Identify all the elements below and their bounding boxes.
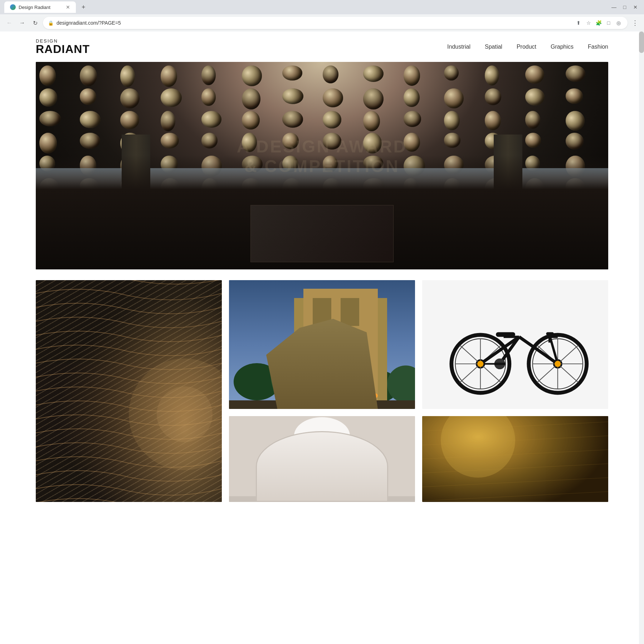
close-window-button[interactable]: ✕ xyxy=(631,3,640,11)
extensions-icon[interactable]: 🧩 xyxy=(595,19,602,27)
svg-point-18 xyxy=(373,394,378,398)
ceiling-bulb xyxy=(282,111,303,128)
ceiling-bulb xyxy=(363,111,380,131)
tab-close-button[interactable]: ✕ xyxy=(66,4,70,10)
ceiling-bulb xyxy=(404,65,420,86)
website-content: DESIGN RADIANT Industrial Spatial Produc… xyxy=(0,31,644,516)
ceiling-bulb xyxy=(120,65,135,87)
svg-rect-50 xyxy=(229,496,415,502)
ceiling-bulb xyxy=(39,133,57,153)
ceiling-bulb xyxy=(80,65,97,86)
nav-item-fashion[interactable]: Fashion xyxy=(588,44,608,50)
ceiling-bulb xyxy=(566,133,584,149)
ceiling-bulb xyxy=(161,65,177,87)
browser-tab[interactable]: Design Radiant ✕ xyxy=(4,1,76,13)
new-tab-button[interactable]: + xyxy=(79,1,88,14)
ceiling-bulb xyxy=(404,88,420,107)
ceiling-bulb xyxy=(39,111,61,126)
ceiling-bulb xyxy=(566,111,585,131)
ceiling-bulb xyxy=(80,111,101,128)
browser-logo-icon[interactable]: ◎ xyxy=(615,19,623,27)
window-controls: — □ ✕ xyxy=(610,3,640,11)
security-icon: 🔒 xyxy=(48,20,54,26)
forward-button[interactable]: → xyxy=(17,18,27,28)
site-logo[interactable]: DESIGN RADIANT xyxy=(36,39,90,55)
svg-point-17 xyxy=(338,394,343,398)
bar-counter xyxy=(250,205,394,262)
svg-point-49 xyxy=(294,417,350,454)
svg-point-6 xyxy=(271,354,308,400)
hero-section: A DESIGN AWARD& COMPETITION xyxy=(0,62,644,280)
url-text: designradiant.com/?PAGE=5 xyxy=(57,20,572,26)
ceiling-bulb xyxy=(323,111,341,128)
ceiling-bulb xyxy=(80,133,100,149)
tab-title: Design Radiant xyxy=(19,5,50,10)
award-watermark: A DESIGN AWARD& COMPETITION xyxy=(237,137,407,176)
nav-item-spatial[interactable]: Spatial xyxy=(485,44,502,50)
ceiling-bulb xyxy=(363,65,384,82)
ceiling-bulb xyxy=(525,133,541,147)
nav-item-graphics[interactable]: Graphics xyxy=(551,44,574,50)
svg-point-5 xyxy=(234,363,280,400)
logo-radiant-text: RADIANT xyxy=(36,43,90,55)
browser-menu-button[interactable]: ⋮ xyxy=(630,18,640,28)
svg-point-3 xyxy=(157,386,213,442)
hero-image[interactable]: A DESIGN AWARD& COMPETITION xyxy=(36,62,608,269)
address-bar[interactable]: 🔒 designradiant.com/?PAGE=5 ⬆ ☆ 🧩 □ ◎ xyxy=(43,17,628,29)
svg-point-16 xyxy=(303,394,308,398)
svg-rect-1 xyxy=(36,280,222,502)
ceiling-bulb xyxy=(120,88,140,108)
ceiling-bulb xyxy=(80,88,96,105)
share-icon[interactable]: ⬆ xyxy=(575,19,582,27)
nav-item-industrial[interactable]: Industrial xyxy=(447,44,470,50)
svg-rect-14 xyxy=(341,335,359,363)
svg-point-46 xyxy=(555,361,561,367)
maximize-button[interactable]: □ xyxy=(620,3,629,11)
svg-rect-0 xyxy=(36,280,222,502)
ceiling-bulb xyxy=(242,65,262,86)
hero-image-inner: A DESIGN AWARD& COMPETITION xyxy=(36,62,608,269)
tab-favicon xyxy=(10,4,16,10)
ceiling-bulb xyxy=(39,88,57,107)
ceiling-bulb xyxy=(444,88,464,108)
scrollbar[interactable] xyxy=(639,31,644,516)
ceiling-bulb xyxy=(444,65,459,80)
svg-rect-41 xyxy=(546,332,554,335)
reload-button[interactable]: ↻ xyxy=(30,18,40,28)
grid-item-gold[interactable] xyxy=(422,416,608,502)
svg-rect-11 xyxy=(313,298,331,326)
grid-item-bicycle[interactable] xyxy=(422,280,608,409)
ceiling-bulb xyxy=(201,65,216,85)
title-bar: Design Radiant ✕ + — □ ✕ xyxy=(0,0,644,14)
profile-icon[interactable]: □ xyxy=(605,19,613,27)
bookmark-icon[interactable]: ☆ xyxy=(585,19,592,27)
address-bar-row: ← → ↻ 🔒 designradiant.com/?PAGE=5 ⬆ ☆ 🧩 … xyxy=(0,14,644,31)
ceiling-bulb xyxy=(525,111,541,129)
scroll-thumb[interactable] xyxy=(639,31,644,53)
ceiling-bulb xyxy=(485,88,501,105)
grid-section xyxy=(0,280,644,516)
ceiling-bulb xyxy=(404,111,421,127)
ceiling-bulb xyxy=(39,65,56,86)
grid-item-arch[interactable] xyxy=(229,416,415,502)
ceiling-bulb xyxy=(201,133,218,148)
grid-item-wavy-interior[interactable] xyxy=(36,280,222,502)
svg-rect-13 xyxy=(313,335,331,363)
ceiling-bulb xyxy=(161,133,179,148)
svg-rect-38 xyxy=(496,332,515,337)
back-button[interactable]: ← xyxy=(4,18,14,28)
bicycle-svg xyxy=(431,287,599,402)
ceiling-bulb xyxy=(363,88,383,109)
ceiling-bulb xyxy=(444,111,460,130)
svg-point-2 xyxy=(129,358,222,470)
ceiling-bulb xyxy=(161,88,181,107)
grid-item-building[interactable] xyxy=(229,280,415,409)
ceiling-bulb xyxy=(201,111,222,128)
ceiling-bulb xyxy=(323,65,338,83)
minimize-button[interactable]: — xyxy=(610,3,618,11)
ceiling-bulb xyxy=(242,111,260,129)
ceiling-bulb xyxy=(282,88,303,104)
nav-item-product[interactable]: Product xyxy=(517,44,536,50)
ceiling-bulb xyxy=(161,111,175,131)
svg-rect-15 xyxy=(229,400,415,409)
